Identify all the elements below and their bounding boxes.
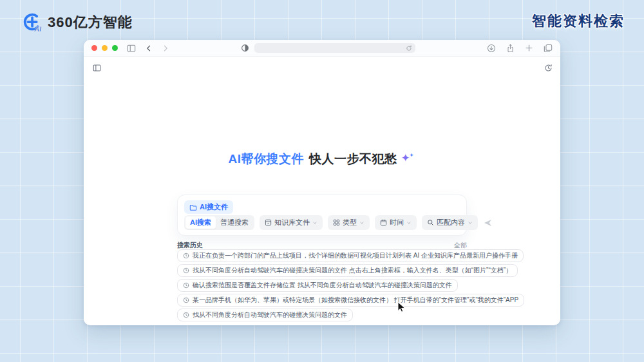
filter-time[interactable]: 时间 <box>375 215 417 230</box>
minimize-window-button[interactable] <box>102 45 108 51</box>
close-window-button[interactable] <box>91 45 97 51</box>
browser-window: AI帮你搜文件快人一步不犯愁✦✦ AI搜文件 AI搜索 普通搜索 <box>84 40 560 325</box>
brand-text: 360亿方智能 <box>48 13 133 32</box>
downloads-icon[interactable] <box>487 44 496 53</box>
hero-title-rest: 快人一步不犯愁 <box>309 152 397 166</box>
clock-icon <box>183 282 189 289</box>
tab-ai-search[interactable]: AI搜索 <box>185 216 216 229</box>
chevron-down-icon <box>359 220 365 225</box>
send-arrow-icon <box>483 218 493 228</box>
history-item[interactable]: 找从不同角度分析自动驾驶汽车的碰撞决策问题的文件 点击右上角搜索框，输入文件名、… <box>177 264 518 277</box>
search-mode-toggle: AI搜索 普通搜索 <box>184 215 254 230</box>
forward-button[interactable] <box>162 44 169 52</box>
filter-match-content[interactable]: 匹配内容 <box>422 215 478 230</box>
sidebar-toggle-icon[interactable] <box>127 44 136 53</box>
search-icon <box>427 219 434 226</box>
send-button[interactable] <box>483 218 493 228</box>
zoom-window-button[interactable] <box>112 45 118 51</box>
history-item[interactable]: 确认搜索范围是否覆盖文件存储位置 找从不同角度分析自动驾驶汽车的碰撞决策问题的文… <box>177 279 458 292</box>
share-icon[interactable] <box>506 44 515 53</box>
brand-logo-group: AI 360亿方智能 <box>22 12 133 33</box>
knowledge-base-icon <box>265 219 272 226</box>
search-card: AI搜文件 AI搜索 普通搜索 知识库文件 <box>177 195 467 236</box>
chevron-down-icon <box>406 220 412 225</box>
page-background: AI 360亿方智能 智能资料检索 <box>0 0 644 362</box>
reload-icon[interactable] <box>406 45 412 52</box>
page-title: 智能资料检索 <box>532 12 625 31</box>
type-grid-icon <box>333 219 340 226</box>
sparkle-icon: ✦✦ <box>401 152 416 164</box>
privacy-shield-icon[interactable] <box>241 44 249 52</box>
history-label: 搜索历史 <box>177 241 203 250</box>
history-item[interactable]: 找从不同角度分析自动驾驶汽车的碰撞决策问题的文件 <box>177 309 353 321</box>
hero-title-highlight: AI帮你搜文件 <box>229 152 305 166</box>
history-header: 搜索历史 全部 <box>177 241 467 250</box>
filter-type[interactable]: 类型 <box>328 215 370 230</box>
back-button[interactable] <box>145 44 153 52</box>
ai-search-files-badge[interactable]: AI搜文件 <box>184 200 233 214</box>
clock-icon <box>183 297 189 303</box>
history-list: 我正在负责一个跨部门的产品上线项目，找个详细的数据可视化项目计划列表 AI 企业… <box>177 249 524 321</box>
filter-knowledge-base[interactable]: 知识库文件 <box>260 215 323 230</box>
history-item[interactable]: 我正在负责一个跨部门的产品上线项目，找个详细的数据可视化项目计划列表 AI 企业… <box>177 249 524 262</box>
app-sidebar-toggle-icon[interactable] <box>93 63 101 75</box>
browser-toolbar <box>84 40 560 57</box>
clock-icon <box>183 252 189 259</box>
brand-ai-icon: AI <box>22 12 44 33</box>
clock-icon <box>183 267 189 274</box>
window-controls <box>91 45 118 51</box>
folder-file-icon <box>189 204 197 211</box>
mouse-cursor <box>397 301 406 313</box>
clock-icon <box>183 312 189 318</box>
tab-normal-search[interactable]: 普通搜索 <box>216 216 253 229</box>
brand-badge-text: AI <box>33 25 42 33</box>
chevron-down-icon <box>312 220 317 225</box>
hero-title: AI帮你搜文件快人一步不犯愁✦✦ <box>84 151 560 167</box>
history-item[interactable]: 某一品牌手机（如华为、苹果）或特定场景（如搜索微信接收的文件） 打开手机自带的“… <box>177 294 524 307</box>
web-page-content: AI帮你搜文件快人一步不犯愁✦✦ AI搜文件 AI搜索 普通搜索 <box>84 57 560 325</box>
chevron-down-icon <box>468 220 473 225</box>
ai-badge-label: AI搜文件 <box>200 202 228 212</box>
calendar-icon <box>380 219 387 226</box>
tab-overview-icon[interactable] <box>544 44 553 53</box>
address-bar[interactable] <box>254 43 415 53</box>
new-tab-icon[interactable] <box>525 44 533 52</box>
search-history-icon[interactable] <box>544 63 553 75</box>
history-all-link[interactable]: 全部 <box>454 241 467 250</box>
